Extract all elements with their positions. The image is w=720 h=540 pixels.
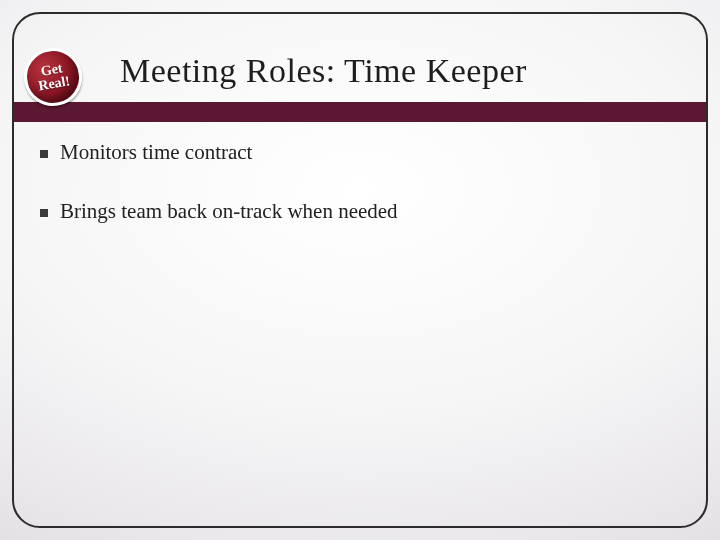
list-item: Brings team back on-track when needed — [40, 199, 680, 224]
list-item: Monitors time contract — [40, 140, 680, 165]
slide-title: Meeting Roles: Time Keeper — [120, 52, 527, 90]
bullet-icon — [40, 209, 48, 217]
get-real-badge: Get Real! — [24, 48, 84, 108]
badge-text: Get Real! — [35, 60, 71, 93]
bullet-icon — [40, 150, 48, 158]
bullet-text-2: Brings team back on-track when needed — [60, 199, 398, 224]
badge-circle: Get Real! — [19, 43, 86, 110]
title-accent-bar — [14, 102, 706, 122]
slide-content: Monitors time contract Brings team back … — [40, 140, 680, 258]
slide: Get Real! Meeting Roles: Time Keeper Mon… — [0, 0, 720, 540]
bullet-text-1: Monitors time contract — [60, 140, 252, 165]
